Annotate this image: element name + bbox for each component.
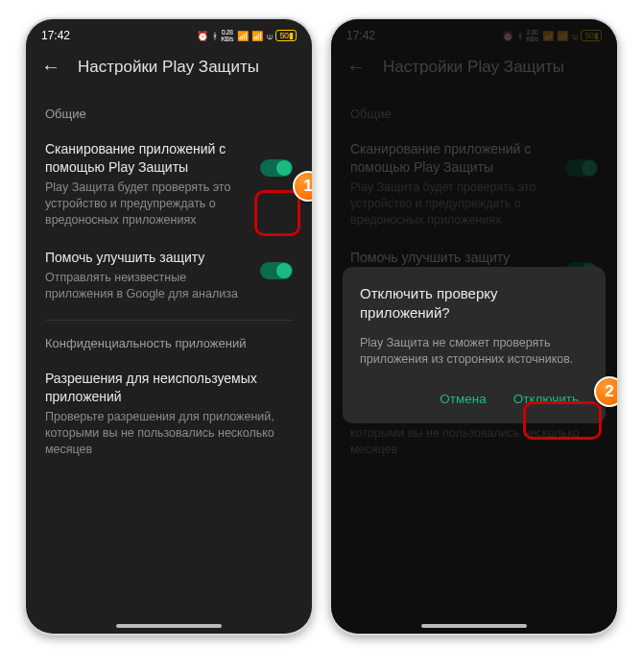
- bluetooth-icon: ᚼ: [212, 31, 218, 41]
- dialog-body: Play Защита не сможет проверять приложен…: [360, 335, 588, 369]
- back-arrow-icon[interactable]: ←: [41, 56, 60, 78]
- setting-scan-title: Сканирование приложений с помощью Play З…: [45, 140, 249, 177]
- phone-left: 17:42 ⏰ ᚼ 0.28KB/s 📶 📶 ⟒ 50▮ ← Настройки…: [26, 19, 312, 634]
- scan-toggle[interactable]: [260, 159, 293, 177]
- setting-improve-title: Помочь улучшить защиту: [45, 249, 249, 267]
- divider: [45, 320, 293, 321]
- setting-perms-desc: Проверьте разрешения для приложений, кот…: [45, 409, 293, 458]
- improve-toggle[interactable]: [260, 262, 293, 279]
- signal-icon: 📶: [237, 31, 249, 41]
- section-privacy-label: Конфиденциальность приложений: [26, 326, 312, 360]
- setting-improve-protection[interactable]: Помочь улучшить защиту Отправлять неизве…: [26, 239, 312, 314]
- app-bar: ← Настройки Play Защиты: [26, 48, 312, 89]
- setting-unused-permissions[interactable]: Разрешения для неиспользуемых приложений…: [26, 360, 312, 468]
- status-time: 17:42: [41, 29, 70, 42]
- setting-scan-desc: Play Защита будет проверять это устройст…: [45, 180, 249, 228]
- phone-right: 17:42 ⏰ ᚼ 2.00KB/s 📶 📶 ⟒ 50▮ ← Настройки…: [331, 19, 617, 634]
- home-indicator[interactable]: [116, 624, 222, 628]
- dialog-actions: Отмена Отключить: [360, 384, 588, 414]
- home-indicator[interactable]: [421, 624, 527, 628]
- alarm-icon: ⏰: [197, 31, 208, 41]
- setting-scan-apps[interactable]: Сканирование приложений с помощью Play З…: [26, 131, 312, 239]
- status-bar: 17:42 ⏰ ᚼ 0.28KB/s 📶 📶 ⟒ 50▮: [26, 19, 312, 48]
- confirm-button[interactable]: Отключить: [504, 384, 588, 414]
- signal-icon: 📶: [251, 31, 263, 41]
- setting-improve-desc: Отправлять неизвестные приложения в Goog…: [45, 270, 249, 302]
- callout-badge-2: 2: [594, 376, 617, 407]
- dialog-title: Отключить проверку приложений?: [360, 284, 588, 324]
- battery-icon: 50▮: [275, 30, 297, 41]
- section-general-label: Общие: [26, 89, 312, 131]
- wifi-icon: ⟒: [267, 31, 273, 41]
- net-speed: 0.28KB/s: [221, 29, 233, 42]
- confirm-dialog: Отключить проверку приложений? Play Защи…: [343, 267, 606, 423]
- status-icons: ⏰ ᚼ 0.28KB/s 📶 📶 ⟒ 50▮: [197, 29, 297, 42]
- page-title: Настройки Play Защиты: [78, 58, 259, 77]
- setting-perms-title: Разрешения для неиспользуемых приложений: [45, 370, 293, 406]
- cancel-button[interactable]: Отмена: [430, 384, 495, 414]
